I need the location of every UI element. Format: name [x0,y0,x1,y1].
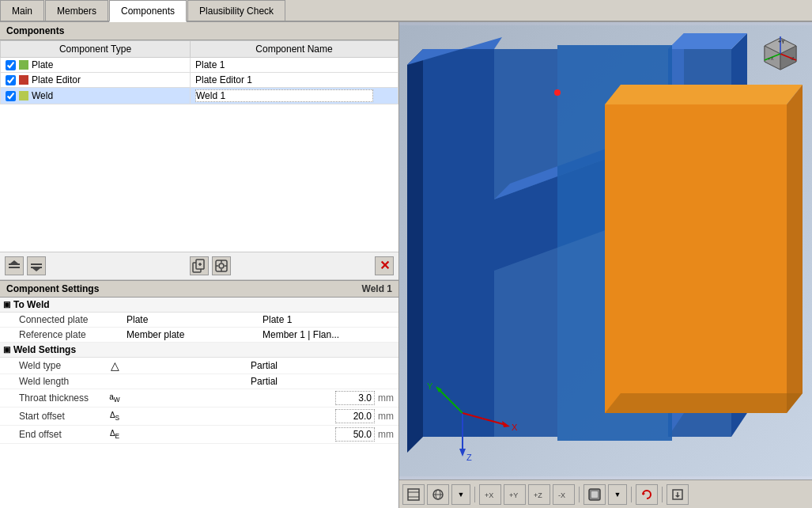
tab-members[interactable]: Members [45,0,108,21]
ortho-py-button[interactable]: +Y [504,484,526,505]
weld-name-input[interactable] [195,89,373,102]
row-weld-type: Weld type △ Partial [0,358,398,374]
delete-button[interactable]: ✕ [375,256,394,275]
checkbox-weld[interactable] [6,91,16,101]
row-start-offset: Start offset ΔS mm [0,408,398,426]
name-plate-editor: Plate Editor 1 [191,73,398,88]
export-button[interactable] [667,484,689,505]
tab-plausibility-check[interactable]: Plausibility Check [187,0,285,21]
checkbox-plate[interactable] [6,60,16,70]
unit-end: mm [375,429,398,440]
group-weld-settings-label: Weld Settings [13,344,76,355]
settings-weld-label: Weld 1 [362,283,392,294]
dropdown-arrow: ▼ [457,491,466,499]
svg-text:Z: Z [466,453,472,462]
input-throat-thickness[interactable] [335,391,375,405]
label-weld-type: Weld type [0,360,103,371]
view-toggle-button[interactable] [427,484,449,505]
collapse-icon-weld-settings: ▣ [3,345,10,354]
svg-rect-0 [9,267,20,268]
row-connected-plate: Connected plate Plate Plate 1 [0,313,398,328]
row-reference-plate: Reference plate Member plate Member 1 | … [0,328,398,343]
move-down-button[interactable] [27,256,46,275]
svg-text:+Y: +Y [509,491,518,499]
render-dropdown-button[interactable]: ▼ [608,484,627,505]
group-to-weld[interactable]: ▣ To Weld [0,298,398,313]
symbol-start: ΔS [103,411,127,422]
unit-start: mm [375,411,398,422]
table-row[interactable]: Weld [1,88,398,104]
row-throat-thickness: Throat thickness aW mm [0,389,398,408]
val-weld-type-text: Partial [251,360,375,371]
settings-area: ▣ To Weld Connected plate Plate Plate 1 … [0,298,398,509]
table-row[interactable]: Plate Editor Plate Editor 1 [1,73,398,88]
ortho-px-button[interactable]: +X [479,484,501,505]
tab-main[interactable]: Main [0,0,44,21]
move-up-button[interactable] [5,256,24,275]
svg-rect-4 [31,267,42,268]
svg-text:X: X [512,423,518,432]
separator-4 [662,487,663,502]
group-to-weld-label: To Weld [13,299,50,310]
symbol-weld-type: △ [103,359,127,372]
svg-rect-1 [9,263,20,265]
svg-marker-67 [675,495,680,498]
dropdown-view-button[interactable]: ▼ [451,484,470,505]
type-plate: Plate [32,59,53,70]
reset-button[interactable] [636,484,658,505]
frame-button[interactable] [402,484,425,505]
row-check-plate-editor: Plate Editor [6,74,185,85]
input-end-offset[interactable] [335,427,375,442]
separator-3 [631,487,632,502]
canvas-3d[interactable]: Z Y X [399,22,812,480]
svg-marker-5 [32,268,40,271]
table-row[interactable]: Plate Plate 1 [1,58,398,73]
ortho-pz-button[interactable]: +Z [528,484,550,505]
duplicate-button[interactable] [190,256,209,275]
svg-marker-18 [407,49,423,453]
val-connected-plate-name: Plate 1 [262,314,398,325]
svg-text:+X: +X [485,491,493,499]
component-table: Component Type Component Name Plate [0,40,398,104]
symbol-end: ΔE [103,429,127,440]
render-dropdown-arrow: ▼ [614,491,622,499]
label-start-offset: Start offset [0,411,103,422]
group-weld-settings[interactable]: ▣ Weld Settings [0,343,398,358]
ortho-nx-button[interactable]: -X [553,484,575,505]
row-weld-length: Weld length Partial [0,374,398,389]
tab-components[interactable]: Components [109,0,187,22]
row-end-offset: End offset ΔE mm [0,426,398,444]
val-connected-plate-type: Plate [127,314,262,325]
view-cube[interactable]: +Y +X -Z [757,30,804,78]
view-cube-svg: +Y +X -Z [757,30,804,78]
row-check-plate: Plate [6,59,185,70]
main-layout: Components Component Type Component Name [0,22,812,508]
val-reference-plate-type: Member plate [127,329,262,340]
svg-point-11 [219,263,224,268]
svg-rect-3 [31,263,42,265]
separator-2 [579,487,580,502]
val-reference-plate-name: Member 1 | Flan... [262,329,398,340]
unit-throat: mm [375,392,398,404]
svg-marker-2 [10,260,18,263]
settings-title: Component Settings [6,283,99,294]
component-list-area: Component Type Component Name Plate [0,40,398,252]
svg-rect-52 [408,489,419,500]
svg-marker-17 [423,49,494,437]
bottom-toolbar: ▼ +X +Y +Z -X ▼ [399,480,812,508]
component-toolbar: ✕ [0,252,398,280]
tab-bar: Main Members Components Plausibility Che… [0,0,812,22]
val-weld-length-text: Partial [251,376,375,387]
render-mode-button[interactable] [584,484,606,505]
svg-rect-63 [591,491,598,498]
components-section-header: Components [0,22,398,40]
svg-point-32 [554,89,561,96]
name-plate: Plate 1 [191,58,398,73]
name-weld [191,88,398,104]
color-plate [19,60,28,70]
properties-button[interactable] [212,256,231,275]
input-start-offset[interactable] [335,409,375,423]
col-type-header: Component Type [1,41,191,58]
checkbox-plate-editor[interactable] [6,75,16,85]
svg-marker-30 [787,85,803,413]
